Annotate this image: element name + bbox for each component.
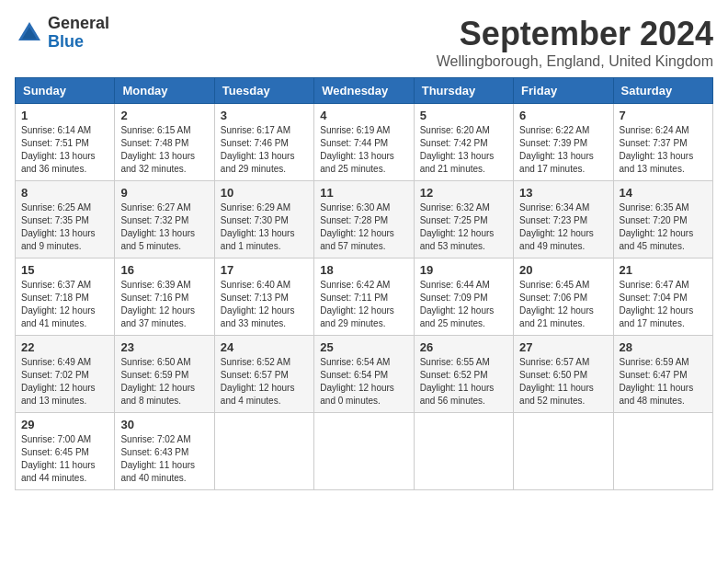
day-number: 11 [320,186,407,200]
day-number: 30 [120,418,208,431]
day-info: Sunrise: 6:25 AM Sunset: 7:35 PM Dayligh… [21,201,108,253]
day-info: Sunrise: 6:15 AM Sunset: 7:48 PM Dayligh… [120,124,208,176]
day-info: Sunrise: 6:42 AM Sunset: 7:11 PM Dayligh… [320,279,407,330]
week-row-4: 22 Sunrise: 6:49 AM Sunset: 7:02 PM Dayl… [16,336,713,413]
day-number: 21 [620,263,707,277]
day-cell: 2 Sunrise: 6:15 AM Sunset: 7:48 PM Dayli… [115,104,214,181]
day-cell: 16 Sunrise: 6:39 AM Sunset: 7:16 PM Dayl… [115,259,214,336]
day-info: Sunrise: 6:27 AM Sunset: 7:32 PM Dayligh… [120,201,208,253]
day-number: 25 [320,340,407,354]
day-number: 2 [120,109,208,122]
day-number: 1 [21,109,108,122]
day-cell [514,413,613,490]
day-cell: 5 Sunrise: 6:20 AM Sunset: 7:42 PM Dayli… [414,104,513,181]
day-cell: 17 Sunrise: 6:40 AM Sunset: 7:13 PM Dayl… [214,259,313,336]
day-cell: 24 Sunrise: 6:52 AM Sunset: 6:57 PM Dayl… [214,336,313,413]
day-number: 17 [221,263,308,277]
day-info: Sunrise: 6:24 AM Sunset: 7:37 PM Dayligh… [620,124,707,176]
week-row-3: 15 Sunrise: 6:37 AM Sunset: 7:18 PM Dayl… [16,259,713,336]
day-info: Sunrise: 7:02 AM Sunset: 6:43 PM Dayligh… [120,433,208,485]
day-cell: 25 Sunrise: 6:54 AM Sunset: 6:54 PM Dayl… [314,336,414,413]
day-number: 10 [221,186,308,200]
day-cell: 6 Sunrise: 6:22 AM Sunset: 7:39 PM Dayli… [514,104,613,181]
day-cell: 13 Sunrise: 6:34 AM Sunset: 7:23 PM Dayl… [514,181,613,259]
day-number: 28 [620,340,707,354]
day-cell: 8 Sunrise: 6:25 AM Sunset: 7:35 PM Dayli… [16,181,115,259]
day-info: Sunrise: 6:17 AM Sunset: 7:46 PM Dayligh… [221,124,308,176]
day-number: 7 [620,109,707,122]
day-cell: 27 Sunrise: 6:57 AM Sunset: 6:50 PM Dayl… [514,336,613,413]
day-info: Sunrise: 6:57 AM Sunset: 6:50 PM Dayligh… [519,356,607,408]
day-info: Sunrise: 6:47 AM Sunset: 7:04 PM Dayligh… [620,279,707,330]
col-header-tuesday: Tuesday [214,78,313,104]
day-number: 18 [320,263,407,277]
day-cell: 20 Sunrise: 6:45 AM Sunset: 7:06 PM Dayl… [514,259,613,336]
day-info: Sunrise: 6:22 AM Sunset: 7:39 PM Dayligh… [519,124,607,176]
day-cell: 4 Sunrise: 6:19 AM Sunset: 7:44 PM Dayli… [314,104,414,181]
col-header-sunday: Sunday [16,78,115,104]
day-cell [613,413,712,490]
day-info: Sunrise: 6:37 AM Sunset: 7:18 PM Dayligh… [21,279,108,330]
day-info: Sunrise: 6:59 AM Sunset: 6:47 PM Dayligh… [620,356,707,408]
day-info: Sunrise: 6:30 AM Sunset: 7:28 PM Dayligh… [320,201,407,253]
day-info: Sunrise: 6:14 AM Sunset: 7:51 PM Dayligh… [21,124,108,176]
day-info: Sunrise: 6:39 AM Sunset: 7:16 PM Dayligh… [120,279,208,330]
calendar: SundayMondayTuesdayWednesdayThursdayFrid… [15,77,713,490]
col-header-saturday: Saturday [613,78,712,104]
day-number: 20 [519,263,607,277]
day-number: 8 [21,186,108,200]
day-cell: 11 Sunrise: 6:30 AM Sunset: 7:28 PM Dayl… [314,181,414,259]
day-number: 22 [21,340,108,354]
day-cell [214,413,313,490]
month-title: September 2024 [437,15,713,53]
day-cell: 23 Sunrise: 6:50 AM Sunset: 6:59 PM Dayl… [115,336,214,413]
day-cell: 19 Sunrise: 6:44 AM Sunset: 7:09 PM Dayl… [414,259,513,336]
day-info: Sunrise: 6:35 AM Sunset: 7:20 PM Dayligh… [620,201,707,253]
day-cell: 7 Sunrise: 6:24 AM Sunset: 7:37 PM Dayli… [613,104,712,181]
col-header-friday: Friday [514,78,613,104]
day-number: 29 [21,418,108,431]
week-row-2: 8 Sunrise: 6:25 AM Sunset: 7:35 PM Dayli… [16,181,713,259]
logo-text: General Blue [48,15,109,52]
day-cell: 22 Sunrise: 6:49 AM Sunset: 7:02 PM Dayl… [16,336,115,413]
day-number: 14 [620,186,707,200]
day-info: Sunrise: 6:19 AM Sunset: 7:44 PM Dayligh… [320,124,407,176]
week-row-1: 1 Sunrise: 6:14 AM Sunset: 7:51 PM Dayli… [16,104,713,181]
day-cell [314,413,414,490]
day-number: 4 [320,109,407,122]
day-number: 19 [420,263,507,277]
col-header-wednesday: Wednesday [314,78,414,104]
col-header-thursday: Thursday [414,78,513,104]
day-number: 26 [420,340,507,354]
day-cell: 10 Sunrise: 6:29 AM Sunset: 7:30 PM Dayl… [214,181,313,259]
week-row-5: 29 Sunrise: 7:00 AM Sunset: 6:45 PM Dayl… [16,413,713,490]
logo-general: General [48,15,109,33]
day-number: 6 [519,109,607,122]
day-number: 12 [420,186,507,200]
day-info: Sunrise: 7:00 AM Sunset: 6:45 PM Dayligh… [21,433,108,485]
day-info: Sunrise: 6:34 AM Sunset: 7:23 PM Dayligh… [519,201,607,253]
day-info: Sunrise: 6:55 AM Sunset: 6:52 PM Dayligh… [420,356,507,408]
day-info: Sunrise: 6:29 AM Sunset: 7:30 PM Dayligh… [221,201,308,253]
day-info: Sunrise: 6:32 AM Sunset: 7:25 PM Dayligh… [420,201,507,253]
day-cell: 3 Sunrise: 6:17 AM Sunset: 7:46 PM Dayli… [214,104,313,181]
day-number: 27 [519,340,607,354]
day-info: Sunrise: 6:52 AM Sunset: 6:57 PM Dayligh… [221,356,308,408]
day-cell: 14 Sunrise: 6:35 AM Sunset: 7:20 PM Dayl… [613,181,712,259]
day-info: Sunrise: 6:45 AM Sunset: 7:06 PM Dayligh… [519,279,607,330]
logo: General Blue [15,15,109,52]
day-info: Sunrise: 6:44 AM Sunset: 7:09 PM Dayligh… [420,279,507,330]
day-cell: 26 Sunrise: 6:55 AM Sunset: 6:52 PM Dayl… [414,336,513,413]
day-cell: 18 Sunrise: 6:42 AM Sunset: 7:11 PM Dayl… [314,259,414,336]
day-cell: 15 Sunrise: 6:37 AM Sunset: 7:18 PM Dayl… [16,259,115,336]
day-cell: 28 Sunrise: 6:59 AM Sunset: 6:47 PM Dayl… [613,336,712,413]
day-number: 5 [420,109,507,122]
page-header: General Blue September 2024 Wellingborou… [15,15,713,70]
day-number: 23 [120,340,208,354]
day-number: 13 [519,186,607,200]
day-number: 15 [21,263,108,277]
col-header-monday: Monday [115,78,214,104]
day-cell: 12 Sunrise: 6:32 AM Sunset: 7:25 PM Dayl… [414,181,513,259]
day-info: Sunrise: 6:50 AM Sunset: 6:59 PM Dayligh… [120,356,208,408]
logo-blue: Blue [48,33,109,52]
